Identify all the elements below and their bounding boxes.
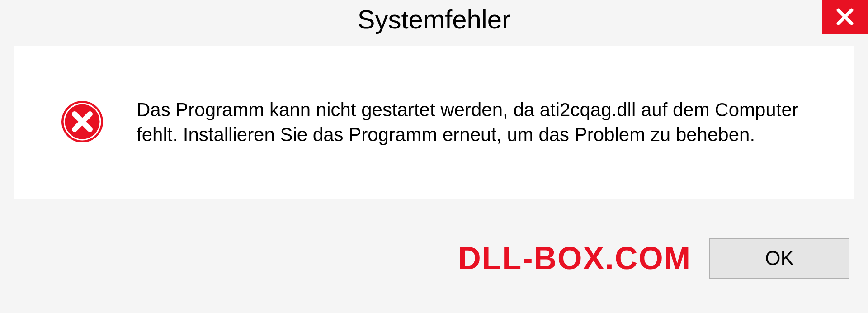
error-icon <box>60 99 105 146</box>
ok-button[interactable]: OK <box>709 238 849 279</box>
error-message: Das Programm kann nicht gestartet werden… <box>137 98 831 147</box>
close-button[interactable] <box>822 0 868 34</box>
error-dialog: Systemfehler Das Programm kann nicht ges… <box>0 0 868 313</box>
dialog-footer: DLL-BOX.COM OK <box>0 204 868 313</box>
watermark-text: DLL-BOX.COM <box>458 240 691 276</box>
close-icon <box>835 7 855 28</box>
titlebar: Systemfehler <box>0 0 868 41</box>
content-area: Das Programm kann nicht gestartet werden… <box>14 46 854 199</box>
dialog-title: Systemfehler <box>358 4 510 34</box>
